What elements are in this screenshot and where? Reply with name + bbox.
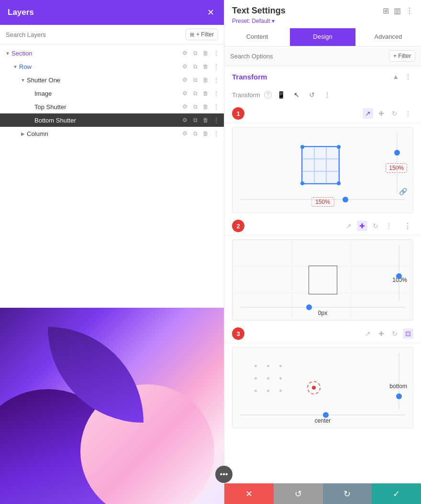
tab-more-icon[interactable]: ⋮	[403, 108, 413, 119]
tab-rotate-icon[interactable]: ↻	[389, 108, 400, 119]
copy-icon[interactable]: ⧉	[191, 116, 199, 124]
more-icon[interactable]: ⋮	[212, 49, 220, 57]
transform-section-menu[interactable]: ⋮	[403, 72, 413, 81]
tab-plus-icon-3[interactable]: ✚	[376, 328, 387, 339]
handle-tr[interactable]	[337, 145, 341, 149]
more-button[interactable]: •••	[215, 466, 233, 483]
cancel-button[interactable]: ✕	[224, 483, 274, 504]
tree-item-column[interactable]: ▶ Column ⚙ ⧉ 🗑 ⋮	[0, 127, 224, 140]
expand-icon[interactable]: ⊞	[383, 6, 389, 15]
tree-item-row[interactable]: ▼ Row ⚙ ⧉ 🗑 ⋮	[0, 60, 224, 73]
copy-icon[interactable]: ⧉	[191, 63, 199, 70]
tree-actions-top-shutter: ⚙ ⧉ 🗑 ⋮	[181, 103, 220, 111]
tab-more-icon-2[interactable]: ⋮	[384, 221, 394, 231]
reset-icon[interactable]: ↺	[306, 89, 318, 101]
block-2-menu[interactable]: ⋮	[402, 221, 413, 232]
gear-icon[interactable]: ⚙	[181, 90, 188, 97]
tab-advanced[interactable]: Advanced	[355, 28, 421, 46]
handle-tl[interactable]	[300, 145, 304, 149]
delete-icon[interactable]: 🗑	[202, 103, 210, 111]
tab-arrow-icon[interactable]: ↗	[363, 108, 373, 119]
settings-search-input[interactable]	[230, 53, 385, 60]
tab-origin-icon[interactable]: ⊡	[403, 328, 413, 339]
more-icon[interactable]: ⋮	[212, 76, 220, 84]
gear-icon[interactable]: ⚙	[181, 63, 188, 70]
slider-thumb-h-1[interactable]	[343, 197, 348, 202]
save-button[interactable]: ✓	[372, 483, 421, 504]
settings-search-bar: + Filter	[224, 46, 421, 66]
more-icon[interactable]: ⋮	[212, 130, 220, 137]
tab-design[interactable]: Design	[290, 28, 355, 46]
dot-8	[267, 390, 269, 392]
toggle-section[interactable]: ▼	[4, 49, 11, 57]
gear-icon[interactable]: ⚙	[181, 116, 188, 124]
scale-x-badge: 150%	[311, 197, 334, 207]
tree-item-bottom-shutter[interactable]: Bottom Shutter ⚙ ⧉ 🗑 ⋮	[0, 113, 224, 127]
copy-icon[interactable]: ⧉	[191, 49, 199, 57]
layers-title: Layers	[8, 8, 34, 17]
tree-label-section: Section	[11, 50, 181, 57]
collapse-icon[interactable]: ▲	[392, 73, 399, 80]
more-icon[interactable]: ⋮	[212, 103, 220, 111]
tab-plus-icon[interactable]: ✚	[376, 108, 387, 119]
tree-item-image[interactable]: Image ⚙ ⧉ 🗑 ⋮	[0, 87, 224, 100]
gear-icon[interactable]: ⚙	[181, 103, 188, 111]
controls-more-icon[interactable]: ⋮	[321, 89, 333, 101]
link-icon[interactable]: 🔗	[399, 188, 407, 195]
transform-header[interactable]: Transform ▲ ⋮	[224, 66, 421, 87]
delete-icon[interactable]: 🗑	[202, 49, 210, 57]
delete-icon[interactable]: 🗑	[202, 116, 210, 124]
tab-arrow-icon-3[interactable]: ↗	[363, 328, 373, 339]
transform-controls-row: Transform ? 📱 ↖ ↺ ⋮	[224, 87, 421, 104]
tab-arrow-icon-2[interactable]: ↗	[343, 221, 354, 231]
preset-dropdown[interactable]: ▾	[272, 18, 275, 24]
settings-filter-button[interactable]: + Filter	[389, 50, 415, 62]
more-icon[interactable]: ⋮	[212, 63, 220, 70]
copy-icon[interactable]: ⧉	[191, 130, 199, 137]
copy-icon[interactable]: ⧉	[191, 90, 199, 97]
toggle-shutter-one[interactable]: ▼	[19, 76, 27, 84]
copy-icon[interactable]: ⧉	[191, 76, 199, 84]
tab-rotate-icon-2[interactable]: ↻	[370, 221, 381, 231]
undo-button[interactable]: ↺	[274, 483, 323, 504]
settings-more-icon[interactable]: ⋮	[406, 6, 413, 15]
handle-br[interactable]	[337, 181, 341, 185]
device-icon[interactable]: 📱	[276, 89, 287, 101]
layers-close-button[interactable]: ✕	[205, 7, 216, 18]
tree-label-top-shutter: Top Shutter	[34, 103, 181, 111]
columns-icon[interactable]: ▥	[394, 6, 401, 15]
redo-button[interactable]: ↻	[323, 483, 372, 504]
delete-icon[interactable]: 🗑	[202, 63, 210, 70]
step-badge-2: 2	[232, 220, 244, 232]
help-icon[interactable]: ?	[264, 91, 272, 99]
handle-bl[interactable]	[300, 181, 304, 185]
delete-icon[interactable]: 🗑	[202, 130, 210, 137]
gear-icon[interactable]: ⚙	[181, 130, 188, 137]
tab-content[interactable]: Content	[224, 28, 290, 46]
copy-icon[interactable]: ⧉	[191, 103, 199, 111]
more-icon[interactable]: ⋮	[212, 90, 220, 97]
transform-block-1-header: 1 ↗ ✚ ↻ ⋮	[224, 104, 421, 123]
tree-actions-bottom-shutter: ⚙ ⧉ 🗑 ⋮	[181, 116, 220, 124]
tree-item-shutter-one[interactable]: ▼ Shutter One ⚙ ⧉ 🗑 ⋮	[0, 73, 224, 87]
slider-thumb-v-1[interactable]	[394, 150, 400, 156]
tree-item-top-shutter[interactable]: Top Shutter ⚙ ⧉ 🗑 ⋮	[0, 100, 224, 113]
slider-thumb-v-2[interactable]	[396, 273, 402, 279]
tree-item-section[interactable]: ▼ Section ⚙ ⧉ 🗑 ⋮	[0, 46, 224, 60]
toggle-row[interactable]: ▼	[11, 63, 19, 70]
dot-grid	[251, 361, 285, 395]
layers-search-input[interactable]	[6, 31, 182, 38]
delete-icon[interactable]: 🗑	[202, 76, 210, 84]
gear-icon[interactable]: ⚙	[181, 49, 188, 57]
cursor-icon[interactable]: ↖	[291, 89, 302, 101]
toggle-column[interactable]: ▶	[19, 130, 27, 137]
layers-filter-button[interactable]: ⊞ + Filter	[186, 29, 218, 40]
delete-icon[interactable]: 🗑	[202, 90, 210, 97]
more-icon[interactable]: ⋮	[212, 116, 220, 124]
tab-rotate-icon-3[interactable]: ↻	[389, 328, 400, 339]
slider-thumb-h-2[interactable]	[306, 304, 312, 310]
origin-dot	[312, 386, 316, 390]
slider-thumb-v-3[interactable]	[396, 393, 402, 399]
gear-icon[interactable]: ⚙	[181, 76, 188, 84]
tab-plus-icon-2[interactable]: ✚	[357, 221, 367, 231]
